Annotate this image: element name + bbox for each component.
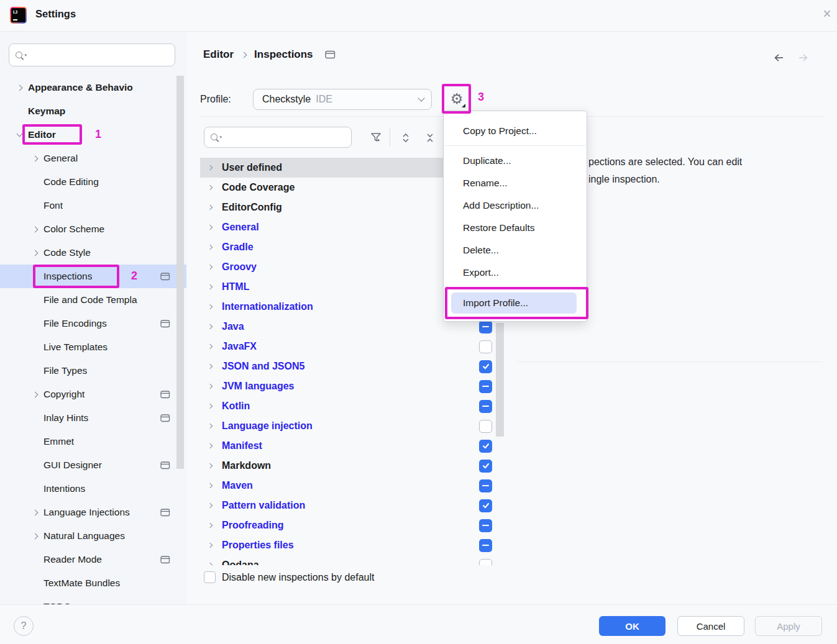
chevron-right-icon[interactable]: [203, 217, 217, 237]
collapse-all-icon[interactable]: [423, 131, 437, 145]
profile-dropdown[interactable]: Checkstyle IDE: [253, 89, 432, 110]
inspection-group-language-injection[interactable]: Language injection: [200, 416, 505, 436]
inspection-checkbox-indeterminate[interactable]: [479, 380, 492, 393]
inspection-group-qodana[interactable]: Qodana: [200, 555, 505, 565]
filter-icon[interactable]: [369, 130, 383, 144]
forward-arrow-icon[interactable]: [797, 52, 810, 63]
inspection-group-maven[interactable]: Maven: [200, 476, 505, 496]
inspection-group-manifest[interactable]: Manifest: [200, 436, 505, 456]
sidebar-item-file-and-code-templa[interactable]: File and Code Templa: [0, 288, 186, 312]
chevron-right-icon[interactable]: [203, 436, 217, 456]
chevron-right-icon[interactable]: [203, 456, 217, 476]
chevron-right-icon[interactable]: [203, 257, 217, 277]
sidebar-item-copyright[interactable]: Copyright: [0, 383, 186, 406]
menu-item-restore-defaults[interactable]: Restore Defaults: [444, 217, 587, 239]
inspection-group-json-and-json5[interactable]: JSON and JSON5: [200, 356, 505, 376]
sidebar-item-code-editing[interactable]: Code Editing: [0, 170, 186, 194]
sidebar-item-textmate-bundles[interactable]: TextMate Bundles: [0, 571, 186, 595]
chevron-right-icon[interactable]: [203, 555, 217, 565]
menu-item-duplicate[interactable]: Duplicate...: [444, 150, 587, 172]
expand-all-icon[interactable]: [399, 131, 413, 145]
menu-item-rename[interactable]: Rename...: [444, 172, 587, 194]
inspection-checkbox-indeterminate[interactable]: [479, 539, 492, 552]
menu-item-import-profile[interactable]: Import Profile...: [451, 293, 577, 314]
chevron-right-icon[interactable]: [203, 158, 217, 178]
sidebar-item-color-scheme[interactable]: Color Scheme: [0, 217, 186, 241]
chevron-right-icon[interactable]: [203, 356, 217, 376]
menu-item-export[interactable]: Export...: [444, 261, 587, 284]
sidebar-item-language-injections[interactable]: Language Injections: [0, 501, 186, 524]
sidebar-item-natural-languages[interactable]: Natural Languages: [0, 524, 186, 548]
inspection-group-jvm-languages[interactable]: JVM languages: [200, 376, 505, 396]
chevron-right-icon[interactable]: [203, 416, 217, 436]
chevron-right-icon[interactable]: [27, 524, 43, 548]
inspection-checkbox-unchecked[interactable]: [479, 420, 492, 433]
inspection-group-properties-files[interactable]: Properties files: [200, 535, 505, 555]
breadcrumb-editor[interactable]: Editor: [203, 48, 234, 61]
inspection-checkbox-indeterminate[interactable]: [479, 400, 492, 413]
sidebar-item-emmet[interactable]: Emmet: [0, 430, 186, 453]
sidebar-item-live-templates[interactable]: Live Templates: [0, 335, 186, 359]
sidebar-item-inspections[interactable]: Inspections: [0, 265, 186, 288]
inspection-group-javafx[interactable]: JavaFX: [200, 337, 505, 356]
ok-button[interactable]: OK: [599, 616, 665, 636]
inspection-group-markdown[interactable]: Markdown: [200, 456, 505, 476]
sidebar-item-file-types[interactable]: File Types: [0, 359, 186, 383]
chevron-right-icon[interactable]: [203, 277, 217, 297]
chevron-right-icon[interactable]: [203, 197, 217, 217]
help-button[interactable]: ?: [14, 616, 34, 636]
inspection-group-kotlin[interactable]: Kotlin: [200, 396, 505, 416]
chevron-down-icon[interactable]: [11, 123, 28, 147]
chevron-right-icon[interactable]: [203, 376, 217, 396]
sidebar-item-editor[interactable]: Editor: [0, 123, 186, 147]
inspections-search-field[interactable]: ▾: [204, 127, 352, 148]
chevron-right-icon[interactable]: [203, 535, 217, 555]
chevron-right-icon[interactable]: [203, 337, 217, 356]
breadcrumb-inspections[interactable]: Inspections: [254, 48, 313, 61]
chevron-right-icon[interactable]: [27, 241, 43, 265]
sidebar-item-code-style[interactable]: Code Style: [0, 241, 186, 265]
chevron-right-icon[interactable]: [203, 515, 217, 535]
inspection-checkbox-checked[interactable]: [479, 440, 492, 453]
chevron-right-icon[interactable]: [27, 501, 43, 524]
settings-search-field[interactable]: ▾: [9, 43, 175, 66]
chevron-right-icon[interactable]: [203, 476, 217, 496]
inspections-list-scrollbar[interactable]: [496, 323, 504, 437]
chevron-right-icon[interactable]: [203, 496, 217, 515]
sidebar-item-intentions[interactable]: Intentions: [0, 477, 186, 501]
chevron-right-icon[interactable]: [27, 217, 43, 241]
inspection-checkbox-indeterminate[interactable]: [479, 519, 492, 532]
sidebar-item-inlay-hints[interactable]: Inlay Hints: [0, 406, 186, 430]
disable-new-inspections-checkbox[interactable]: [204, 571, 216, 583]
sidebar-scrollbar[interactable]: [176, 76, 184, 469]
chevron-right-icon[interactable]: [27, 147, 43, 170]
sidebar-item-font[interactable]: Font: [0, 194, 186, 217]
sidebar-item-file-encodings[interactable]: File Encodings: [0, 312, 186, 335]
close-icon[interactable]: ×: [819, 4, 835, 23]
inspections-search-input[interactable]: [222, 127, 351, 147]
inspection-checkbox-indeterminate[interactable]: [479, 479, 492, 492]
chevron-right-icon[interactable]: [203, 237, 217, 257]
chevron-right-icon[interactable]: [203, 297, 217, 317]
apply-button[interactable]: Apply: [755, 616, 822, 636]
chevron-right-icon[interactable]: [203, 396, 217, 416]
sidebar-item-reader-mode[interactable]: Reader Mode: [0, 548, 186, 571]
settings-search-input[interactable]: [27, 44, 175, 66]
sidebar-item-keymap[interactable]: Keymap: [0, 99, 186, 123]
inspection-checkbox-checked[interactable]: [479, 499, 492, 512]
profile-actions-gear-button[interactable]: ⚙: [442, 84, 471, 113]
inspection-checkbox-unchecked[interactable]: [479, 559, 492, 566]
sidebar-item-todo[interactable]: TODO: [0, 595, 186, 604]
chevron-right-icon[interactable]: [203, 178, 217, 197]
cancel-button[interactable]: Cancel: [677, 616, 744, 636]
chevron-right-icon[interactable]: [203, 317, 217, 337]
inspection-checkbox-indeterminate[interactable]: [479, 320, 492, 333]
back-arrow-icon[interactable]: [772, 52, 785, 63]
inspection-checkbox-checked[interactable]: [479, 460, 492, 473]
chevron-right-icon[interactable]: [27, 383, 43, 406]
sidebar-item-gui-designer[interactable]: GUI Designer: [0, 453, 186, 477]
inspection-checkbox-unchecked[interactable]: [479, 340, 492, 353]
inspection-checkbox-checked[interactable]: [479, 360, 492, 373]
menu-item-copy-to-project[interactable]: Copy to Project...: [444, 120, 587, 142]
sidebar-item-general[interactable]: General: [0, 147, 186, 170]
